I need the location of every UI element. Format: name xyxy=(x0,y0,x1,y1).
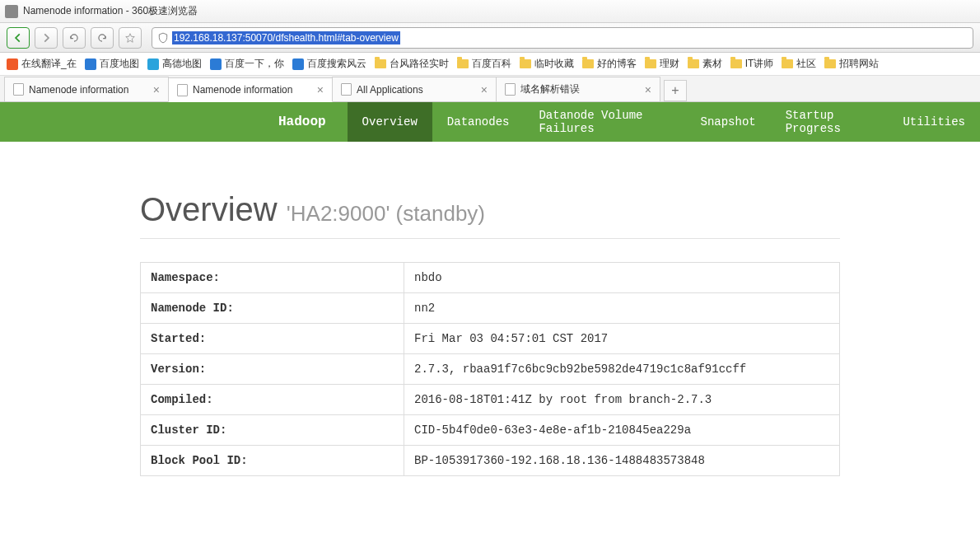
row-value: BP-1053917360-192.168.18.136-14884835738… xyxy=(404,446,840,476)
folder-icon xyxy=(782,59,793,68)
page-icon xyxy=(13,83,24,96)
separator xyxy=(140,238,840,239)
bookmark-item[interactable]: 百度百科 xyxy=(457,57,511,71)
shield-icon xyxy=(157,32,169,44)
arrow-right-icon xyxy=(40,32,52,44)
favorite-button[interactable] xyxy=(119,27,142,49)
bookmark-item[interactable]: 在线翻译_在 xyxy=(7,57,77,71)
table-row: Namenode ID:nn2 xyxy=(141,293,840,324)
browser-tab[interactable]: Namenode information× xyxy=(4,77,169,101)
undo-icon xyxy=(96,32,108,44)
bookmark-label: 高德地图 xyxy=(162,57,202,71)
nav-item[interactable]: Startup Progress xyxy=(771,102,889,142)
page-viewport: Hadoop OverviewDatanodesDatanode Volume … xyxy=(0,102,980,552)
bookmark-item[interactable]: 招聘网站 xyxy=(824,57,879,71)
close-icon[interactable]: × xyxy=(153,83,160,96)
row-value: nn2 xyxy=(404,293,840,324)
site-icon xyxy=(210,58,222,70)
bookmark-label: 社区 xyxy=(796,57,816,71)
star-icon xyxy=(124,32,136,44)
folder-icon xyxy=(688,59,699,68)
url-text: 192.168.18.137:50070/dfshealth.html#tab-… xyxy=(172,31,400,44)
bookmark-label: 招聘网站 xyxy=(839,57,879,71)
site-icon xyxy=(85,58,96,70)
heading-sub: 'HA2:9000' (standby) xyxy=(287,201,485,226)
nav-item[interactable]: Datanodes xyxy=(432,102,525,142)
bookmark-label: 百度一下，你 xyxy=(225,57,284,71)
nav-item[interactable]: Snapshot xyxy=(685,102,770,142)
hadoop-brand[interactable]: Hadoop xyxy=(264,102,348,142)
bookmarks-bar: 在线翻译_在百度地图高德地图百度一下，你百度搜索风云台风路径实时百度百科临时收藏… xyxy=(0,53,980,76)
folder-icon xyxy=(730,59,742,68)
undo-button[interactable] xyxy=(91,27,114,49)
browser-tab[interactable]: All Applications× xyxy=(332,77,497,101)
row-value: nbdo xyxy=(404,263,840,293)
table-row: Namespace:nbdo xyxy=(141,263,840,293)
browser-tab[interactable]: 域名解析错误× xyxy=(496,77,660,101)
window-title: Namenode information - 360极速浏览器 xyxy=(23,4,198,18)
page-heading: Overview 'HA2:9000' (standby) xyxy=(140,191,840,228)
tab-label: Namenode information xyxy=(193,84,292,96)
nav-item[interactable]: Overview xyxy=(348,102,432,142)
bookmark-label: 好的博客 xyxy=(597,57,637,71)
row-key: Namenode ID: xyxy=(141,293,404,324)
address-bar[interactable]: 192.168.18.137:50070/dfshealth.html#tab-… xyxy=(152,27,973,49)
bookmark-label: 在线翻译_在 xyxy=(21,57,77,71)
reload-button[interactable] xyxy=(63,27,86,49)
forward-button[interactable] xyxy=(35,27,58,49)
page-icon xyxy=(177,84,188,96)
bookmark-item[interactable]: 社区 xyxy=(782,57,816,71)
back-button[interactable] xyxy=(7,27,30,49)
bookmark-item[interactable]: 百度一下，你 xyxy=(210,57,284,71)
overview-table: Namespace:nbdoNamenode ID:nn2Started:Fri… xyxy=(140,262,840,476)
bookmark-item[interactable]: 好的博客 xyxy=(582,57,637,71)
bookmark-label: 百度百科 xyxy=(472,57,511,71)
table-row: Cluster ID:CID-5b4f0de0-63e3-4e8e-af1b-2… xyxy=(141,415,840,446)
table-row: Version:2.7.3, rbaa91f7c6bc9cb92be5982de… xyxy=(141,354,840,385)
row-key: Compiled: xyxy=(141,385,404,415)
tab-label: 域名解析错误 xyxy=(520,82,580,96)
folder-icon xyxy=(375,59,386,68)
tab-label: Namenode information xyxy=(29,84,128,96)
bookmark-item[interactable]: 理财 xyxy=(645,57,679,71)
bookmark-label: 临时收藏 xyxy=(534,57,574,71)
arrow-left-icon xyxy=(12,32,24,44)
folder-icon xyxy=(457,59,469,68)
page-icon xyxy=(341,83,352,96)
row-key: Started: xyxy=(141,324,404,354)
folder-icon xyxy=(582,59,594,68)
table-row: Compiled:2016-08-18T01:41Z by root from … xyxy=(141,385,840,415)
folder-icon xyxy=(520,59,531,68)
site-icon xyxy=(292,58,304,70)
folder-icon xyxy=(645,59,656,68)
row-value: Fri Mar 03 04:57:01 CST 2017 xyxy=(404,324,840,354)
hadoop-nav: Hadoop OverviewDatanodesDatanode Volume … xyxy=(0,102,980,142)
close-icon[interactable]: × xyxy=(317,83,324,96)
bookmark-label: 台风路径实时 xyxy=(390,57,449,71)
row-key: Cluster ID: xyxy=(141,415,404,446)
tab-strip: Namenode information×Namenode informatio… xyxy=(0,76,980,102)
bookmark-item[interactable]: 百度搜索风云 xyxy=(292,57,366,71)
bookmark-item[interactable]: 高德地图 xyxy=(147,57,202,71)
bookmark-label: 百度搜索风云 xyxy=(307,57,366,71)
bookmark-label: IT讲师 xyxy=(745,57,774,71)
window-title-bar: Namenode information - 360极速浏览器 xyxy=(0,0,980,23)
close-icon[interactable]: × xyxy=(645,83,651,96)
browser-tab[interactable]: Namenode information× xyxy=(168,77,333,102)
close-icon[interactable]: × xyxy=(481,83,488,96)
nav-item[interactable]: Datanode Volume Failures xyxy=(524,102,685,142)
main-content: Overview 'HA2:9000' (standby) Namespace:… xyxy=(140,142,840,493)
row-value: 2016-08-18T01:41Z by root from branch-2.… xyxy=(404,385,840,415)
browser-toolbar: 192.168.18.137:50070/dfshealth.html#tab-… xyxy=(0,23,980,53)
window-favicon xyxy=(5,5,18,18)
row-value: 2.7.3, rbaa91f7c6bc9cb92be5982de4719c1c8… xyxy=(404,354,840,385)
table-row: Block Pool ID:BP-1053917360-192.168.18.1… xyxy=(141,446,840,476)
nav-item[interactable]: Utilities xyxy=(888,102,980,142)
bookmark-item[interactable]: IT讲师 xyxy=(730,57,774,71)
bookmark-item[interactable]: 素材 xyxy=(688,57,722,71)
bookmark-item[interactable]: 台风路径实时 xyxy=(375,57,449,71)
tab-label: All Applications xyxy=(357,84,423,96)
bookmark-item[interactable]: 百度地图 xyxy=(85,57,139,71)
bookmark-item[interactable]: 临时收藏 xyxy=(520,57,574,71)
new-tab-button[interactable]: + xyxy=(664,80,687,101)
